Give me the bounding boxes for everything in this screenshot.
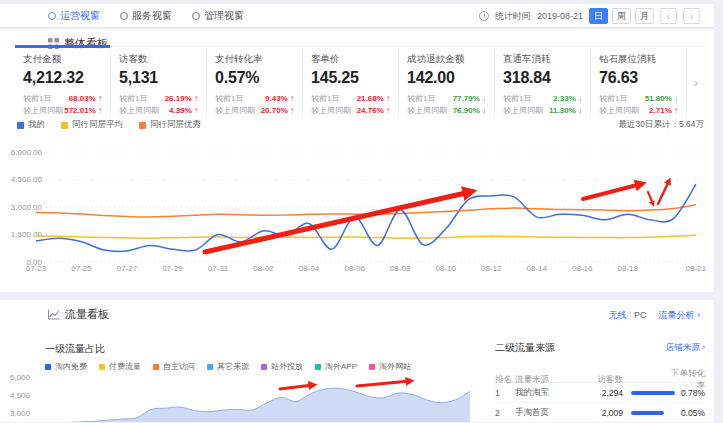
kpi-label: 直通车消耗 [503, 53, 582, 66]
conversion-cell: 0.78% [667, 388, 705, 398]
next-date-button[interactable]: › [683, 8, 700, 24]
trend-legend: 我的同行同层平均同行同层优秀 [17, 119, 201, 131]
main-tab-2[interactable]: 服务视窗 [120, 9, 172, 23]
traffic-legend-item[interactable]: 站外投放 [261, 361, 303, 372]
kpi-card-6[interactable]: 直通车消耗318.84较前1日2.33% ↓较上周同期11.30% ↓ [495, 47, 591, 117]
legend-label: 淘外APP [325, 361, 357, 372]
kpi-compare-row: 较前1日2.33% ↓ [503, 93, 582, 105]
svg-text:07-25: 07-25 [71, 264, 92, 273]
table-header-cell: 访客数 [575, 374, 623, 386]
traffic-area-chart: 6,0004,5003,000 [0, 374, 480, 422]
legend-item[interactable]: 同行同层优秀 [139, 119, 201, 131]
kpi-compare-row: 较前1日26.19% ↑ [119, 93, 198, 105]
traffic-legend-item[interactable]: 付费流量 [99, 361, 141, 372]
svg-text:3,000.00: 3,000.00 [11, 203, 43, 212]
legend-item[interactable]: 同行同层平均 [61, 119, 123, 131]
legend-swatch-icon [45, 364, 51, 370]
kpi-label: 支付转化率 [215, 53, 294, 66]
tab-label: 服务视窗 [132, 9, 172, 23]
traffic-legend: 淘内免费付费流量自主访问其它来源站外投放淘外APP淘外网站 [45, 361, 411, 372]
legend-label: 淘外网站 [379, 361, 411, 372]
traffic-legend-item[interactable]: 淘内免费 [45, 361, 87, 372]
source-table: 1我的淘宝2,2940.78%2手淘首页2,0090.05% [495, 383, 705, 422]
kpi-value: 0.57% [215, 69, 294, 87]
pc-filter[interactable]: PC [634, 310, 647, 320]
kpi-label: 钻石展位消耗 [599, 53, 678, 66]
main-tab-1[interactable]: 运营视窗 [48, 9, 100, 23]
line-chart-icon [48, 309, 60, 320]
source-cell: 手淘首页 [515, 407, 575, 419]
svg-text:08-18: 08-18 [617, 264, 638, 273]
svg-text:08-10: 08-10 [435, 264, 456, 273]
kpi-card-3[interactable]: 支付转化率0.57%较前1日9.43% ↑较上周同期20.70% ↑ [207, 47, 303, 117]
primary-traffic-title: 一级流量占比 [45, 342, 105, 356]
clock-icon [479, 11, 489, 21]
tab-icon [48, 12, 56, 20]
legend-item[interactable]: 我的 [17, 119, 45, 131]
kpi-card-7[interactable]: 钻石展位消耗76.63较前1日51.80% ↓较上周同期2.71% ↑ [591, 47, 687, 117]
visitors-bar [623, 391, 667, 395]
legend-label: 同行同层平均 [72, 119, 123, 131]
traffic-legend-item[interactable]: 淘外网站 [369, 361, 411, 372]
rank-cell: 1 [495, 388, 515, 398]
svg-text:4,500: 4,500 [10, 391, 31, 400]
traffic-legend-item[interactable]: 其它来源 [207, 361, 249, 372]
svg-text:08-21: 08-21 [686, 264, 707, 273]
svg-text:08-02: 08-02 [253, 264, 274, 273]
topbar: 运营视窗服务视窗管理视窗 统计时间 2019-08-21 日周月 ‹ › [0, 4, 714, 28]
svg-text:08-08: 08-08 [390, 264, 411, 273]
source-table-header: 排名流量来源访客数下单转化率 [495, 368, 705, 383]
traffic-legend-item[interactable]: 自主访问 [153, 361, 195, 372]
total-30d-label: 最近30日累计：5.64万 [619, 119, 705, 131]
prev-date-button[interactable]: ‹ [660, 8, 677, 24]
time-controls: 统计时间 2019-08-21 日周月 ‹ › [479, 4, 700, 28]
store-source-link[interactable]: 店铺来源 › [666, 342, 705, 354]
chevron-right-icon: › [697, 310, 700, 320]
kpi-label: 支付金额 [23, 53, 102, 66]
main-tab-3[interactable]: 管理视窗 [192, 9, 244, 23]
legend-swatch-icon [207, 364, 213, 370]
legend-swatch-icon [99, 364, 105, 370]
svg-text:07-29: 07-29 [162, 264, 183, 273]
kpi-card-2[interactable]: 访客数5,131较前1日26.19% ↑较上周同期4.39% ↑ [111, 47, 207, 117]
table-header-cell: 流量来源 [515, 374, 575, 386]
conversion-cell: 0.05% [667, 408, 705, 418]
svg-text:4,500.00: 4,500.00 [11, 175, 43, 184]
wireless-filter[interactable]: 无线 [609, 310, 627, 320]
kpi-card-5[interactable]: 成功退款金额142.00较前1日77.79% ↓较上周同期76.90% ↓ [399, 47, 495, 117]
svg-text:1,500.00: 1,500.00 [11, 230, 43, 239]
visitors-cell: 2,009 [575, 408, 623, 418]
kpi-value: 5,131 [119, 69, 198, 87]
kpi-value: 4,212.32 [23, 69, 102, 87]
source-cell: 我的淘宝 [515, 387, 575, 399]
svg-text:3,000: 3,000 [10, 409, 31, 418]
legend-label: 同行同层优秀 [150, 119, 201, 131]
kpi-card-4[interactable]: 客单价145.25较前1日21.68% ↑较上周同期24.76% ↑ [303, 47, 399, 117]
tab-icon [192, 12, 200, 20]
svg-text:07-31: 07-31 [208, 264, 229, 273]
period-button-日[interactable]: 日 [589, 8, 608, 24]
table-row[interactable]: 2手淘首页2,0090.05% [495, 403, 705, 422]
stat-date: 2019-08-21 [537, 11, 583, 21]
traffic-legend-item[interactable]: 淘外APP [315, 361, 357, 372]
kpi-more-button[interactable]: › [687, 47, 705, 117]
kpi-compare-row: 较前1日77.79% ↓ [407, 93, 486, 105]
traffic-analysis-link[interactable]: 流量分析 › [658, 309, 700, 322]
svg-text:08-12: 08-12 [481, 264, 502, 273]
stat-time-label: 统计时间 [495, 10, 531, 23]
svg-text:08-16: 08-16 [572, 264, 593, 273]
visitors-bar [623, 411, 667, 415]
legend-label: 付费流量 [109, 361, 141, 372]
kpi-compare-row: 较上周同期2.71% ↑ [599, 105, 678, 117]
period-button-周[interactable]: 周 [612, 8, 631, 24]
period-button-月[interactable]: 月 [635, 8, 654, 24]
tab-label: 管理视窗 [204, 9, 244, 23]
kpi-card-1[interactable]: 支付金额4,212.32较前1日68.03% ↑较上周同期572.01% ↑ [15, 47, 111, 117]
legend-label: 自主访问 [163, 361, 195, 372]
kpi-compare-row: 较上周同期76.90% ↓ [407, 105, 486, 117]
secondary-traffic-title: 二级流量来源 [495, 341, 555, 355]
kpi-value: 142.00 [407, 69, 486, 87]
legend-label: 我的 [28, 119, 45, 131]
kpi-compare-row: 较前1日68.03% ↑ [23, 93, 102, 105]
svg-text:08-14: 08-14 [526, 264, 547, 273]
